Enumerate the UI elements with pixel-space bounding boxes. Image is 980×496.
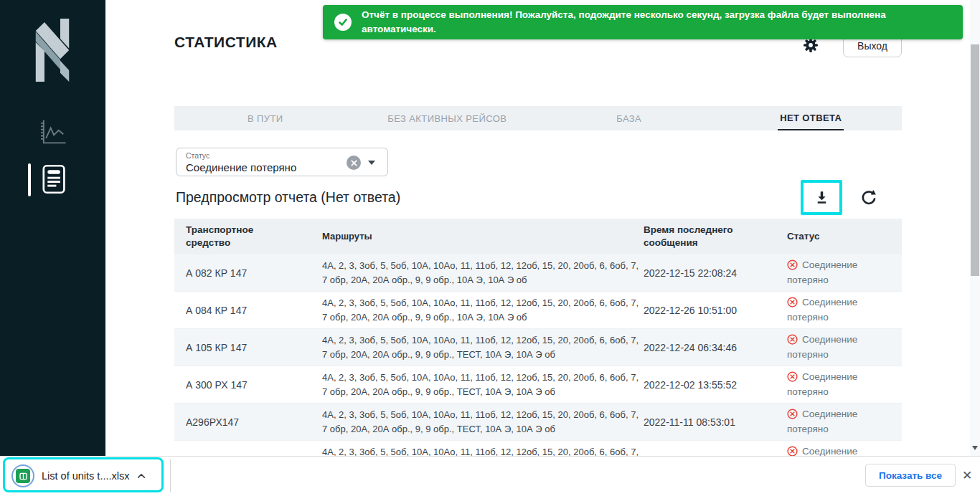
scrollbar-down-arrow-icon[interactable]	[972, 446, 978, 450]
page-title: СТАТИСТИКА	[174, 34, 278, 51]
routes-list: 4А, 2, 3, 3об, 5, 5об, 10А, 10Ао, 11, 11…	[322, 333, 641, 361]
vehicle-id: А 105 КР 147	[186, 342, 286, 353]
scrollbar-thumb[interactable]	[971, 44, 979, 276]
vehicle-id: А 300 РХ 147	[186, 379, 286, 391]
connection-lost-icon	[787, 446, 798, 456]
routes-list: 4А, 2, 3, 3об, 5, 5об, 10А, 10Ао, 11, 11…	[322, 445, 641, 456]
last-message-time: 2022-12-02 13:55:52	[644, 379, 751, 391]
table-row[interactable]: А 084 КР 147 4А, 2, 3, 3об, 5, 5об, 10А,…	[174, 292, 902, 329]
routes-list: 4А, 2, 3, 3об, 5, 5об, 10А, 10Ао, 11, 11…	[322, 371, 641, 399]
col-vehicle: Транспортное средство	[186, 224, 286, 249]
table-row[interactable]: А 082 КР 147 4А, 2, 3, 3об, 5, 5об, 10А,…	[174, 254, 902, 292]
tab-in-transit[interactable]: В ПУТИ	[174, 106, 357, 130]
downloaded-file-name: List of units t....xlsx	[42, 470, 130, 482]
connection-lost-icon	[787, 409, 798, 419]
status-filter-value: Соединение потеряно	[186, 161, 296, 173]
last-message-time: 2022-12-15 22:08:24	[644, 267, 751, 279]
chevron-up-icon[interactable]	[137, 473, 146, 479]
reports-icon[interactable]	[37, 163, 69, 195]
download-report-icon[interactable]	[814, 189, 830, 206]
routes-list: 4А, 2, 3, 3об, 5, 5об, 10А, 10Ао, 11, 11…	[322, 408, 641, 436]
last-message-time: 2022-11-11 08:53:01	[644, 416, 751, 428]
report-preview-title: Предпросмотр отчета (Нет ответа)	[176, 189, 400, 206]
download-report-highlight-box	[801, 180, 842, 215]
table-row[interactable]: 4А, 2, 3, 3об, 5, 5об, 10А, 10Ао, 11, 11…	[174, 441, 902, 456]
col-last-message-time: Время последнего сообщения	[644, 224, 751, 249]
notification-message: Отчёт в процессе выполнения! Пожалуйста,…	[362, 8, 928, 37]
main-content: Отчёт в процессе выполнения! Пожалуйста,…	[105, 0, 970, 456]
col-status: Статус	[787, 230, 902, 243]
last-message-time: 2022-12-24 06:34:46	[644, 342, 751, 353]
vehicle-id: А 082 КР 147	[186, 267, 286, 279]
toast-notification: Отчёт в процессе выполнения! Пожалуйста,…	[323, 5, 963, 39]
vehicle-id: А296РХ147	[186, 416, 286, 428]
divider	[170, 459, 171, 492]
routes-list: 4А, 2, 3, 3об, 5, 5об, 10А, 10Ао, 11, 11…	[322, 296, 641, 324]
vehicle-id: А 084 КР 147	[186, 305, 286, 316]
vertical-scrollbar[interactable]	[970, 0, 980, 456]
close-shelf-icon[interactable]: ✕	[962, 468, 972, 483]
downloaded-file-item[interactable]: List of units t....xlsx	[11, 462, 146, 490]
table-row[interactable]: А 300 РХ 147 4А, 2, 3, 3об, 5, 5об, 10А,…	[174, 366, 902, 404]
statistics-chart-icon[interactable]	[37, 116, 69, 148]
tab-no-active-trips[interactable]: БЕЗ АКТИВНЫХ РЕЙСОВ	[357, 106, 539, 130]
active-nav-indicator	[28, 163, 31, 196]
routes-list: 4А, 2, 3, 3об, 5, 5об, 10А, 10Ао, 11, 11…	[322, 259, 641, 287]
chevron-down-icon[interactable]	[368, 161, 375, 165]
app-logo	[27, 19, 77, 82]
connection-lost-icon	[787, 334, 798, 345]
status-filter-label: Статус	[186, 151, 209, 160]
success-check-icon	[334, 14, 352, 31]
show-all-downloads-button[interactable]: Показать все	[865, 464, 956, 487]
connection-lost-icon	[787, 297, 798, 307]
clear-filter-icon[interactable]	[347, 156, 361, 170]
last-message-time: 2022-12-26 10:51:00	[644, 305, 751, 316]
table-header-row: Транспортное средство Маршруты Время пос…	[174, 219, 902, 254]
connection-lost-icon	[787, 371, 798, 382]
refresh-icon[interactable]	[859, 189, 878, 207]
table-row[interactable]: А 105 КР 147 4А, 2, 3, 3об, 5, 5об, 10А,…	[174, 329, 902, 366]
report-preview-table: Транспортное средство Маршруты Время пос…	[174, 219, 902, 456]
table-row[interactable]: А296РХ147 4А, 2, 3, 3об, 5, 5об, 10А, 10…	[174, 404, 902, 441]
status-filter-select[interactable]: Статус Соединение потеряно	[176, 148, 388, 176]
download-progress-ring	[11, 464, 34, 487]
excel-file-icon	[16, 469, 30, 483]
download-shelf: List of units t....xlsx Показать все ✕	[0, 456, 980, 496]
col-routes: Маршруты	[322, 229, 641, 244]
tab-no-answer[interactable]: НЕТ ОТВЕТА	[720, 106, 903, 130]
connection-lost-icon	[787, 259, 798, 270]
tab-base[interactable]: БАЗА	[538, 106, 720, 130]
sidebar	[0, 0, 105, 456]
tab-bar: В ПУТИ БЕЗ АКТИВНЫХ РЕЙСОВ БАЗА НЕТ ОТВЕ…	[174, 106, 902, 130]
